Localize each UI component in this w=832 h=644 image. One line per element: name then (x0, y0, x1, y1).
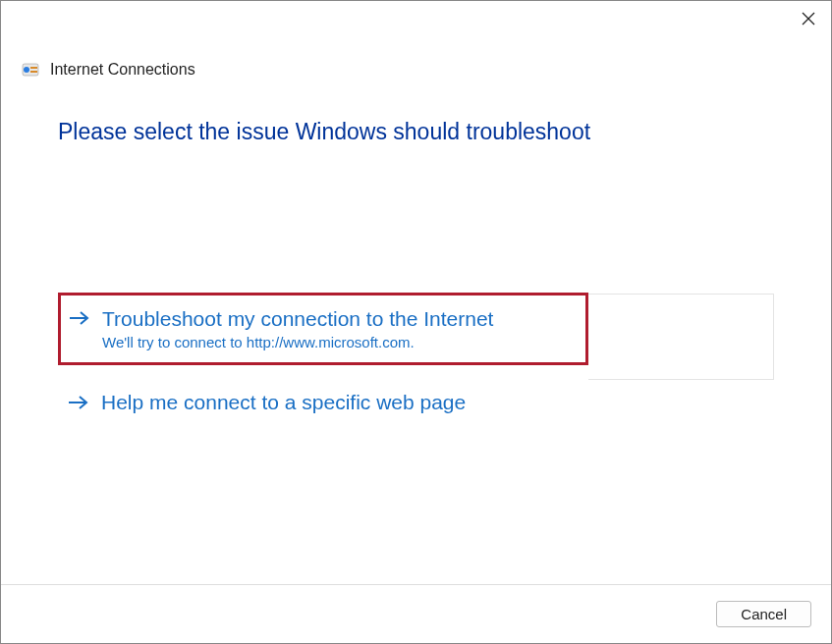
footer: Cancel (1, 584, 831, 643)
option-specific-page[interactable]: Help me connect to a specific web page (58, 381, 774, 423)
cancel-button[interactable]: Cancel (716, 601, 811, 627)
option-title: Troubleshoot my connection to the Intern… (102, 305, 493, 332)
option-texts: Troubleshoot my connection to the Intern… (102, 305, 493, 350)
arrow-right-icon (68, 394, 89, 415)
window-title: Internet Connections (50, 61, 195, 79)
close-button[interactable] (802, 11, 815, 28)
option-extension (588, 294, 774, 380)
svg-rect-5 (30, 71, 37, 73)
close-icon (802, 10, 815, 29)
troubleshooter-icon (21, 60, 40, 80)
content-area: Please select the issue Windows should t… (1, 80, 831, 424)
arrow-right-icon (69, 309, 90, 331)
svg-point-3 (24, 67, 29, 73)
option-troubleshoot-internet[interactable]: Troubleshoot my connection to the Intern… (58, 293, 588, 365)
page-heading: Please select the issue Windows should t… (58, 119, 774, 145)
titlebar: Internet Connections (1, 1, 831, 80)
options-list: Troubleshoot my connection to the Intern… (58, 293, 774, 424)
option-title: Help me connect to a specific web page (101, 389, 466, 415)
svg-rect-4 (30, 67, 37, 69)
option-subtitle: We'll try to connect to http://www.micro… (102, 334, 493, 350)
